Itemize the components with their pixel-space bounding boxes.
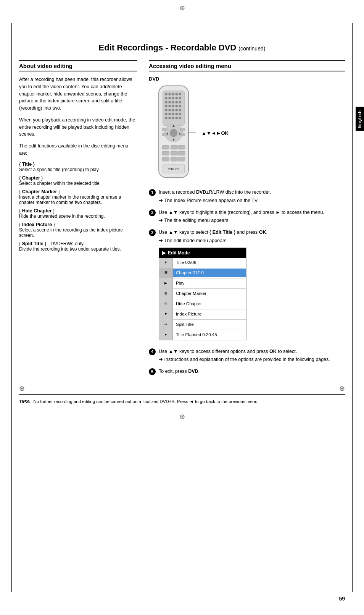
- menu-row: ▼Index Picture: [159, 309, 246, 320]
- svg-point-35: [176, 117, 178, 120]
- svg-rect-52: [178, 151, 185, 155]
- svg-point-20: [176, 105, 178, 108]
- svg-rect-43: [162, 128, 167, 131]
- remote-illustration: ▲ ▼ ◄ ► PHILIPS: [149, 83, 345, 183]
- remote-svg: ▲ ▼ ◄ ► PHILIPS: [149, 83, 198, 183]
- step-number: 4: [149, 348, 156, 355]
- svg-point-2: [165, 93, 168, 95]
- function-term: { Index Picture }: [19, 222, 137, 227]
- edit-mode-menu: ▶ Edit Mode▼Title 02/06☰Chapter 01/10▶Pl…: [159, 248, 246, 340]
- svg-rect-50: [162, 151, 169, 155]
- reg-mark-left: ⊕: [19, 384, 25, 393]
- menu-row: ⊞Chapter Marker: [159, 289, 246, 299]
- step-content: Insert a recorded DVD±R/±RW disc into th…: [159, 189, 345, 204]
- page-border-top: [11, 23, 353, 23]
- svg-point-28: [168, 113, 171, 115]
- right-column: Accessing video editing menu DVD: [149, 60, 345, 380]
- step-sub: ➜ Instructions and explanation of the op…: [159, 356, 345, 363]
- step-content: Use ▲▼ keys to highlight a title (record…: [159, 209, 345, 225]
- menu-row: ▼Title 02/06: [159, 258, 246, 268]
- step-sub: ➜ The title editing menu appears.: [159, 217, 345, 224]
- play-icon: ▶: [162, 249, 166, 256]
- svg-point-7: [165, 97, 168, 100]
- reg-mark-right: ⊕: [339, 384, 345, 393]
- svg-rect-45: [162, 133, 167, 136]
- step-text: Use ▲▼ keys to select { Edit Title } and…: [159, 229, 345, 236]
- svg-rect-55: [178, 157, 185, 161]
- menu-row-icon: ▼: [159, 258, 173, 268]
- menu-row-icon: ●: [159, 330, 173, 340]
- step-number: 3: [149, 229, 156, 236]
- function-desc: Select a scene in the recording as the i…: [19, 227, 137, 238]
- step-item: 2Use ▲▼ keys to highlight a title (recor…: [149, 209, 345, 225]
- menu-row-text: Chapter Marker: [173, 289, 246, 298]
- function-item: { Index Picture }Select a scene in the r…: [19, 222, 137, 238]
- svg-point-32: [165, 117, 168, 120]
- step-number: 2: [149, 209, 156, 216]
- left-section-header: About video editing: [19, 60, 137, 71]
- menu-row: ●Title Elapsed 0:20:45: [159, 330, 246, 340]
- page-title: Edit Recordings - Recordable DVD (contin…: [0, 12, 364, 60]
- arrow-ok-label: ▲▼◄►OK: [201, 130, 229, 136]
- step-number: 1: [149, 189, 156, 196]
- menu-row-icon: ☰: [159, 268, 173, 278]
- menu-row-text: Chapter 01/10: [173, 269, 246, 277]
- menu-row-text: Title 02/06: [173, 258, 246, 267]
- menu-row-icon: ⊞: [159, 289, 173, 299]
- step-item: 3Use ▲▼ keys to select { Edit Title } an…: [149, 229, 345, 343]
- step-sub: ➜ The Index Picture screen appears on th…: [159, 197, 345, 204]
- menu-row-icon: ▶: [159, 278, 173, 288]
- tips-label: TIPS:: [19, 398, 30, 405]
- step-text: To exit, press DVD.: [159, 368, 345, 375]
- svg-point-34: [172, 117, 174, 120]
- svg-point-4: [172, 93, 174, 95]
- svg-point-3: [168, 93, 171, 95]
- svg-rect-48: [171, 146, 177, 149]
- function-item: { Chapter Marker }Insert a chapter marke…: [19, 189, 137, 205]
- step-item: 1Insert a recorded DVD±R/±RW disc into t…: [149, 189, 345, 204]
- menu-row-text: Split Title: [173, 320, 246, 329]
- step-sub: ➜ The edit mode menu appears.: [159, 237, 345, 244]
- menu-row: ◎Hide Chapter: [159, 299, 246, 309]
- page-border-left: [11, 23, 12, 592]
- function-term: { Chapter }: [19, 175, 137, 181]
- right-section-header: Accessing video editing menu: [149, 60, 345, 71]
- step-text: Use ▲▼ keys to access different options …: [159, 348, 345, 355]
- playback-paragraph: When you playback a recording in video e…: [19, 117, 137, 138]
- menu-row-text: Hide Chapter: [173, 299, 246, 308]
- function-term: { Title }: [19, 162, 137, 167]
- step-number: 5: [149, 368, 156, 375]
- svg-point-31: [179, 113, 182, 115]
- svg-point-24: [172, 109, 174, 112]
- page-border-right: [352, 23, 353, 592]
- function-desc: Select a specific title (recording) to p…: [19, 167, 137, 172]
- step-content: Use ▲▼ keys to select { Edit Title } and…: [159, 229, 345, 343]
- svg-point-22: [165, 109, 168, 112]
- function-item: { Split Title } - DVD±RWs onlyDivide the…: [19, 241, 137, 252]
- function-term: { Hide Chapter }: [19, 208, 137, 214]
- step-text: Insert a recorded DVD±R/±RW disc into th…: [159, 189, 345, 196]
- step-content: Use ▲▼ keys to access different options …: [159, 348, 345, 364]
- svg-point-14: [172, 101, 174, 104]
- menu-row-text: Play: [173, 279, 246, 288]
- steps-list: 1Insert a recorded DVD±R/±RW disc into t…: [149, 189, 345, 375]
- svg-text:PHILIPS: PHILIPS: [168, 168, 179, 171]
- svg-point-26: [179, 109, 182, 112]
- svg-point-6: [179, 93, 182, 95]
- svg-rect-53: [162, 157, 169, 161]
- svg-rect-49: [178, 146, 185, 149]
- svg-rect-1: [163, 91, 184, 126]
- svg-text:▼: ▼: [172, 138, 176, 142]
- intro-paragraph: After a recording has been made, this re…: [19, 76, 137, 112]
- function-item: { Chapter }Select a chapter within the s…: [19, 175, 137, 186]
- svg-point-17: [165, 105, 168, 108]
- menu-row-icon: ▼: [159, 309, 173, 319]
- reg-mark-top: ⊕: [19, 0, 345, 12]
- svg-point-5: [176, 93, 178, 95]
- menu-row: ▶Play: [159, 278, 246, 289]
- svg-point-10: [176, 97, 178, 100]
- language-tab: English: [356, 107, 364, 131]
- menu-row-text: Index Picture: [173, 310, 246, 319]
- function-desc: Hide the unwanted scene in the recording…: [19, 214, 137, 219]
- svg-point-18: [168, 105, 171, 108]
